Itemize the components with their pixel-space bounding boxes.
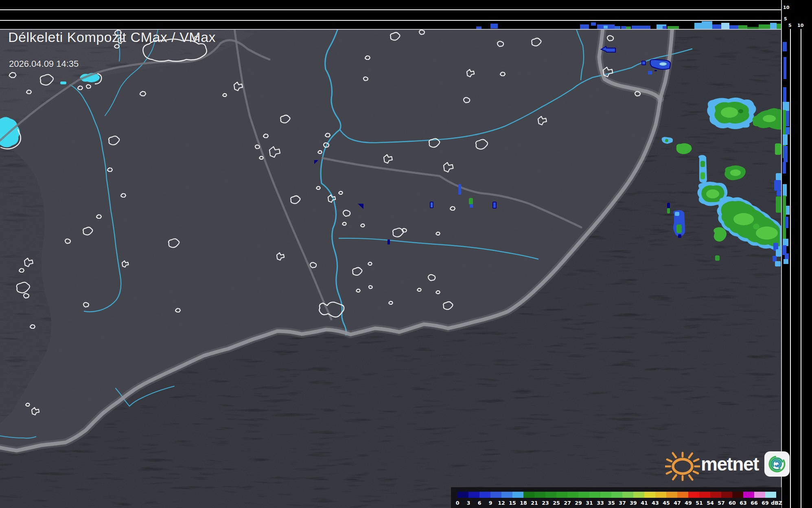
profile-vtick-10: 10	[783, 5, 789, 10]
dbz-tick-35: 35	[608, 500, 615, 506]
dbz-unit-label: dBZ	[771, 500, 782, 506]
dbz-tick-60: 60	[729, 500, 735, 506]
metnet-logo: metnet	[665, 446, 790, 482]
dbz-tick-21: 21	[531, 500, 538, 506]
dbz-tick-43: 43	[652, 500, 659, 506]
dbz-tick-23: 23	[542, 500, 549, 506]
sun-icon	[665, 446, 700, 482]
dbz-tick-54: 54	[707, 500, 714, 506]
dbz-tick-33: 33	[597, 500, 604, 506]
top-gridline-5km	[0, 20, 782, 21]
dbz-tick-0: 0	[456, 500, 460, 506]
profile-htick-10: 10	[797, 23, 803, 28]
side-gridline-10km	[801, 29, 801, 508]
dbz-tick-57: 57	[718, 500, 724, 506]
profile-vtick-5: 5	[784, 17, 787, 21]
dbz-tick-66: 66	[751, 500, 757, 506]
radar-map	[0, 0, 812, 508]
dbz-tick-3: 3	[467, 500, 471, 506]
profile-htick-5: 5	[788, 23, 792, 28]
top-gridline-10km	[0, 9, 782, 10]
dbz-tick-27: 27	[564, 500, 571, 506]
dbz-tick-51: 51	[696, 500, 703, 506]
metnet-app-icon	[764, 451, 790, 477]
map-right-edge	[781, 0, 782, 508]
dbz-tick-41: 41	[641, 500, 648, 506]
dbz-tick-29: 29	[575, 500, 582, 506]
dbz-tick-18: 18	[520, 500, 527, 506]
dbz-tick-15: 15	[509, 500, 516, 506]
timestamp: 2026.04.09 14:35	[9, 59, 79, 69]
dbz-tick-37: 37	[619, 500, 626, 506]
dbz-tick-49: 49	[685, 500, 692, 506]
dbz-legend: 0369121518212325272931333537394143454749…	[451, 487, 781, 508]
dbz-tick-47: 47	[674, 500, 681, 506]
side-profile-panel	[782, 0, 812, 508]
metnet-wordmark: metnet	[701, 446, 759, 482]
dbz-tick-45: 45	[663, 500, 670, 506]
map-layer	[0, 25, 812, 508]
dbz-tick-63: 63	[740, 500, 746, 506]
dbz-tick-39: 39	[630, 500, 637, 506]
spiral-icon	[766, 453, 788, 475]
dbz-tick-31: 31	[586, 500, 593, 506]
dbz-tick-6: 6	[478, 500, 482, 506]
dbz-tick-9: 9	[489, 500, 492, 506]
side-gridline-5km	[790, 29, 791, 508]
dbz-tick-labels: 0369121518212325272931333537394143454749…	[451, 487, 781, 508]
dbz-tick-25: 25	[553, 500, 560, 506]
dbz-tick-12: 12	[498, 500, 505, 506]
dbz-tick-69: 69	[762, 500, 768, 506]
radar-viewer: Délkeleti Kompozit CMax / VMax 2026.04.0…	[0, 0, 812, 508]
page-title: Délkeleti Kompozit CMax / VMax	[8, 29, 216, 45]
top-profile-panel	[0, 0, 782, 29]
